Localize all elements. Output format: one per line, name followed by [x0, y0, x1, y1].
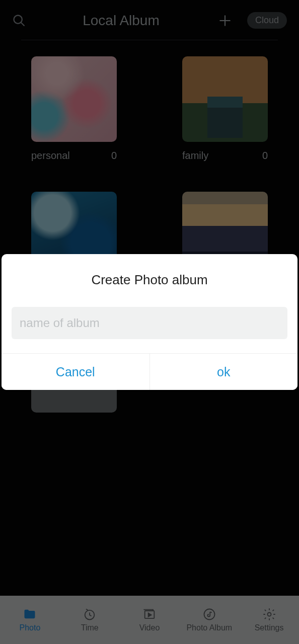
cancel-button[interactable]: Cancel: [2, 354, 150, 390]
dialog-title: Create Photo album: [2, 254, 297, 303]
album-name-input[interactable]: [12, 307, 287, 339]
modal-scrim[interactable]: Create Photo album Cancel ok: [0, 0, 299, 644]
create-album-dialog: Create Photo album Cancel ok: [2, 254, 297, 390]
ok-button[interactable]: ok: [150, 354, 298, 390]
